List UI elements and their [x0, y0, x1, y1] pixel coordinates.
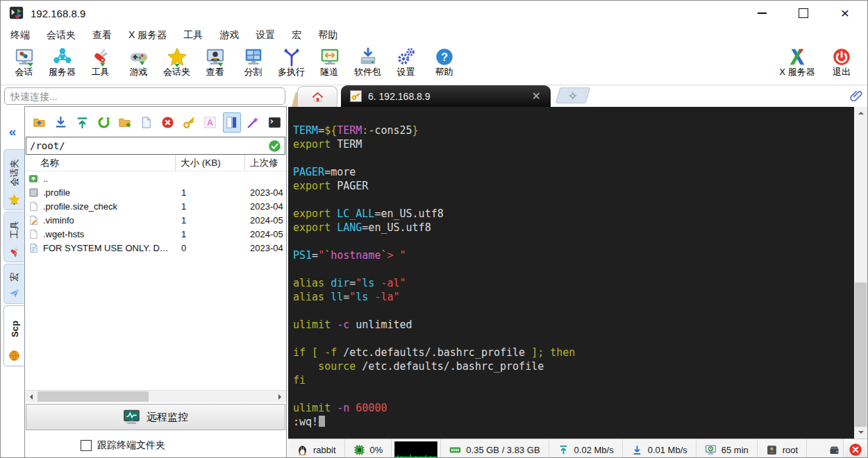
status-user: root: [758, 439, 807, 458]
quick-connect-input[interactable]: [4, 87, 285, 105]
console-icon: [268, 116, 281, 129]
toolbar-tunnel-button[interactable]: 隧道: [310, 46, 349, 77]
toolbar-sessions-button[interactable]: 会话夹: [158, 46, 196, 77]
menu-item[interactable]: 设置: [256, 29, 275, 42]
packages-drive-icon: [358, 46, 378, 67]
status-cpu: 0%: [345, 439, 392, 458]
file-blue-icon: [28, 243, 39, 253]
file-row[interactable]: FOR SYSTEM USE ONLY. DO NOT ... 0 2023-0…: [25, 241, 286, 255]
close-tab-icon[interactable]: ✕: [531, 90, 542, 103]
menu-item[interactable]: 宏: [292, 29, 301, 42]
star-icon: [8, 194, 20, 205]
file-row[interactable]: ..: [25, 171, 286, 185]
sidebar-tab-宏[interactable]: 宏: [3, 264, 24, 304]
menu-item[interactable]: 帮助: [318, 29, 337, 42]
split-monitor-icon: [243, 46, 264, 67]
home-icon: [311, 90, 324, 103]
sftp-console-button[interactable]: [265, 112, 283, 133]
file-row[interactable]: .viminfo 1 2024-05: [25, 213, 286, 227]
path-go-button[interactable]: [268, 139, 281, 153]
sftp-delete-button[interactable]: [159, 112, 177, 133]
close-window-button[interactable]: ×: [840, 8, 851, 19]
scroll-up-icon[interactable]: [854, 107, 867, 119]
wand-icon: [247, 116, 260, 129]
terminal[interactable]: TERM=${TERM:-cons25}export TERM PAGER=mo…: [288, 107, 854, 439]
toolbar-tools-button[interactable]: 工具: [81, 46, 119, 77]
toolbar-xserver-button[interactable]: X 服务器: [777, 46, 817, 77]
sidebar-tab-工具[interactable]: 工具: [3, 212, 24, 262]
toolbar-packages-button[interactable]: 软件包: [349, 46, 387, 77]
column-modified[interactable]: 上次修: [245, 157, 286, 169]
status-bar: rabbit 0% 0.35 GB / 3.83 GB 0.02 Mb/s 0.…: [288, 439, 867, 458]
sftp-encoding-button[interactable]: A: [201, 112, 219, 133]
menu-item[interactable]: 工具: [183, 29, 203, 42]
toolbar-games-button[interactable]: 游戏: [119, 46, 158, 77]
sftp-download-button[interactable]: [52, 112, 70, 133]
terminal-scrollbar[interactable]: [854, 107, 867, 439]
swiss-knife-icon: [8, 246, 20, 257]
sftp-new-file-button[interactable]: [137, 112, 156, 133]
delete-icon: [161, 116, 174, 129]
new-file-icon: [140, 116, 153, 129]
menu-item[interactable]: X 服务器: [128, 29, 167, 42]
app-logo-icon: [9, 6, 24, 21]
column-name[interactable]: 名称: [25, 155, 176, 171]
active-session-tab[interactable]: 6. 192.168.8.9 ✕: [341, 85, 551, 107]
toolbar-exit-button[interactable]: 退出: [821, 46, 862, 77]
menu-item[interactable]: 查看: [92, 29, 112, 42]
remote-monitoring-button[interactable]: 远程监控: [26, 404, 285, 430]
toolbar-settings-button[interactable]: 设置: [387, 46, 425, 77]
file-row[interactable]: .profile 1 2023-04: [25, 185, 286, 199]
home-tab[interactable]: [297, 86, 337, 107]
toolbar-session-button[interactable]: 会话: [5, 46, 43, 77]
uptime-clock-icon: [705, 444, 717, 456]
column-size[interactable]: 大小 (KB): [176, 155, 245, 171]
sftp-columns-button[interactable]: [223, 112, 241, 133]
menu-item[interactable]: 终端: [10, 29, 30, 42]
folder-up-icon: [33, 116, 46, 129]
new-tab-button[interactable]: [556, 87, 591, 103]
multiexec-y-icon: [281, 46, 302, 67]
toolbar-multiexec-button[interactable]: 多执行: [272, 46, 310, 77]
file-row[interactable]: .wget-hsts 1 2024-05: [25, 227, 286, 241]
minimize-button[interactable]: [756, 8, 767, 19]
maximize-button[interactable]: [798, 8, 809, 19]
scroll-right-icon[interactable]: [275, 394, 286, 400]
menu-item[interactable]: 会话夹: [47, 29, 76, 42]
sftp-new-folder-button[interactable]: [116, 112, 134, 133]
collapse-panel-button[interactable]: «: [1, 124, 24, 139]
follow-terminal-checkbox[interactable]: [81, 440, 92, 451]
left-panel: « 会话夹 工具 宏 Scp A: [1, 85, 288, 458]
toolbar-view-button[interactable]: 查看: [196, 46, 234, 77]
scroll-left-icon[interactable]: [25, 394, 36, 400]
disconnect-button[interactable]: [843, 439, 867, 458]
file-icon: [28, 229, 39, 239]
status-uptime: 65 min: [696, 439, 758, 458]
file-row[interactable]: .profile.size_check 1 2023-04: [25, 199, 286, 213]
key-icon: [183, 116, 196, 129]
toolbar-split-button[interactable]: 分割: [234, 46, 272, 77]
session-tab-label: 6. 192.168.8.9: [368, 91, 524, 102]
columns-icon: [225, 116, 238, 129]
sftp-refresh-button[interactable]: [94, 112, 112, 133]
horizontal-scrollbar[interactable]: [25, 390, 286, 402]
sidebar-tab-Scp[interactable]: Scp: [3, 305, 24, 366]
terminal-scrollbar-thumb[interactable]: [855, 282, 867, 427]
sftp-path-bar[interactable]: /root/: [26, 137, 285, 155]
sftp-parent-dir-button[interactable]: [31, 112, 49, 133]
sftp-upload-button[interactable]: [74, 112, 92, 133]
paperclip-icon[interactable]: [850, 89, 862, 101]
sftp-magic-wand-button[interactable]: [244, 112, 262, 133]
scrollbar-thumb[interactable]: [37, 391, 149, 402]
toolbar-help-button[interactable]: ? 帮助: [425, 46, 463, 77]
toolbar-servers-button[interactable]: 服务器: [43, 46, 81, 77]
sftp-permissions-button[interactable]: [180, 112, 198, 133]
monitor-pulse-icon: [123, 409, 140, 425]
tunnel-monitor-icon: [319, 46, 340, 67]
sidebar-tab-会话夹[interactable]: 会话夹: [3, 149, 24, 210]
menu-item[interactable]: 游戏: [219, 29, 239, 42]
follow-terminal-label: 跟踪终端文件夹: [97, 439, 165, 452]
globe-icon: [8, 350, 20, 362]
main-toolbar: 会话 服务器 工具 游戏 会话夹 查看 分割 多执行 隧道 软件包 设置 ? 帮…: [1, 44, 867, 85]
scroll-down-icon[interactable]: [854, 427, 867, 439]
